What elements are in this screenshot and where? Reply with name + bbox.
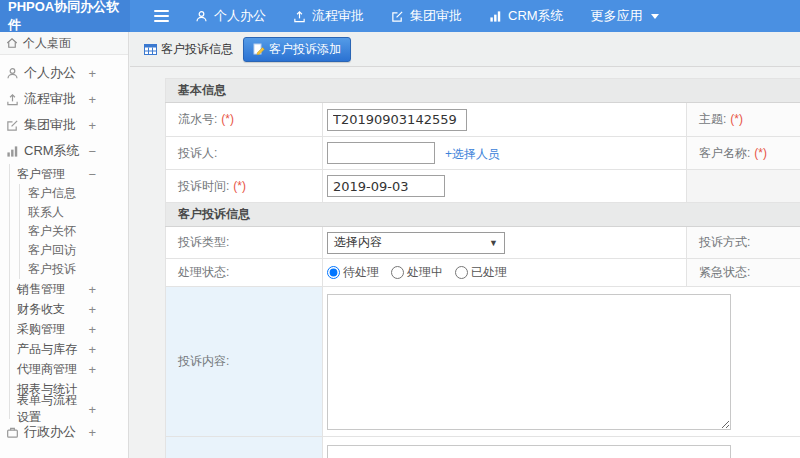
collapse-icon[interactable]: − — [88, 167, 96, 182]
tab-label: 客户投诉信息 — [161, 41, 233, 58]
sidebar-item-crm-system[interactable]: CRM系统 − — [0, 138, 128, 164]
sidebar-item-label: 联系人 — [28, 204, 64, 221]
selected-option: 选择内容 — [334, 234, 382, 251]
flow-icon — [6, 93, 19, 106]
nav-item-workflow-approval[interactable]: 流程审批 — [293, 7, 364, 25]
sidebar-item-customer-info[interactable]: 客户信息 — [20, 184, 128, 203]
sidebar-item-customer-callback[interactable]: 客户回访 — [20, 241, 128, 260]
required-marker: (*) — [221, 112, 234, 126]
radio-label: 处理中 — [407, 264, 443, 281]
expand-icon[interactable]: + — [88, 322, 96, 337]
field-label: 投诉类型: — [178, 235, 229, 249]
complainant-label-cell: 投诉人: — [166, 137, 323, 170]
tab-label: 客户投诉添加 — [269, 41, 341, 58]
radio-pending[interactable] — [327, 266, 340, 279]
expand-icon[interactable]: + — [88, 342, 96, 357]
customer-name-label-cell: 客户名称:(*) — [687, 137, 800, 170]
field-label: 投诉时间: — [178, 179, 229, 193]
sidebar-item-customer-management[interactable]: 客户管理 − — [10, 164, 128, 184]
select-caret-icon: ▼ — [489, 238, 498, 248]
sidebar-item-personal-desktop[interactable]: 个人桌面 — [0, 32, 128, 55]
serial-number-input[interactable] — [327, 109, 467, 131]
sidebar-item-label: 客户投诉 — [28, 261, 76, 278]
section-header-complaint-info: 客户投诉信息 — [166, 203, 800, 227]
tab-complaint-list[interactable]: 客户投诉信息 — [144, 41, 233, 58]
complaint-time-input[interactable] — [327, 175, 445, 197]
radio-label: 已处理 — [471, 264, 507, 281]
sidebar-item-label: 个人办公 — [24, 64, 76, 82]
sidebar-item-label: 客户管理 — [17, 166, 65, 183]
field-label: 投诉内容: — [178, 354, 229, 368]
field-label: 投诉方式: — [699, 235, 750, 249]
sidebar-item-personal-office[interactable]: 个人办公 + — [0, 60, 128, 86]
field-label: 流水号: — [178, 112, 217, 126]
sidebar-item-customer-complaint[interactable]: 客户投诉 — [20, 260, 128, 279]
expand-icon[interactable]: + — [88, 282, 96, 297]
tab-complaint-add[interactable]: 客户投诉添加 — [243, 37, 351, 62]
subject-label-cell: 主题:(*) — [687, 103, 800, 137]
expand-icon[interactable]: + — [88, 118, 96, 133]
sidebar-item-label: 集团审批 — [24, 116, 76, 134]
sidebar-item-workflow-approval[interactable]: 流程审批 + — [0, 86, 128, 112]
status-radio-pending[interactable]: 待处理 — [327, 264, 379, 281]
status-radio-processing[interactable]: 处理中 — [391, 264, 443, 281]
table-icon — [144, 44, 157, 55]
complaint-content-field-cell — [323, 287, 800, 437]
sidebar-item-sales-management[interactable]: 销售管理 + — [10, 279, 128, 299]
urgency-label-cell: 紧急状态: — [687, 259, 800, 287]
sidebar-item-customer-care[interactable]: 客户关怀 — [20, 222, 128, 241]
extra-textarea[interactable] — [327, 445, 731, 458]
expand-icon[interactable]: + — [88, 425, 96, 440]
add-doc-icon — [253, 43, 265, 55]
status-label-cell: 处理状态: — [166, 259, 323, 287]
compose-icon — [391, 10, 404, 23]
nav-item-crm-system[interactable]: CRM系统 — [489, 7, 564, 25]
expand-icon[interactable]: + — [88, 402, 96, 417]
expand-icon[interactable]: + — [88, 302, 96, 317]
nav-label: 集团审批 — [410, 7, 462, 25]
extra-label-cell — [166, 437, 323, 458]
sidebar-item-products-inventory[interactable]: 产品与库存 + — [10, 339, 128, 359]
sidebar-item-label: 行政办公 — [24, 423, 76, 441]
serial-number-field-cell — [323, 103, 687, 137]
sidebar-item-agent-management[interactable]: 代理商管理 + — [10, 359, 128, 379]
complaint-content-textarea[interactable] — [327, 294, 731, 430]
sidebar-item-form-workflow-settings[interactable]: 表单与流程设置 + — [10, 399, 128, 419]
expand-icon[interactable]: + — [88, 92, 96, 107]
nav-label: 流程审批 — [312, 7, 364, 25]
status-radio-group: 待处理 处理中 已处理 — [327, 264, 686, 281]
nav-label: 更多应用 — [591, 7, 643, 25]
person-icon — [6, 67, 19, 80]
sidebar-item-group-approval[interactable]: 集团审批 + — [0, 112, 128, 138]
nav-item-more-apps[interactable]: 更多应用 — [591, 7, 659, 25]
sidebar-item-contacts[interactable]: 联系人 — [20, 203, 128, 222]
sidebar-item-label: 产品与库存 — [17, 341, 77, 358]
sidebar: 个人桌面 个人办公 + 流程审批 + 集团审批 + CRM系统 − 客户管理 − — [0, 32, 129, 458]
complainant-input[interactable] — [327, 142, 435, 164]
complaint-content-label-cell: 投诉内容: — [166, 287, 323, 437]
collapse-icon[interactable]: − — [88, 144, 96, 159]
nav-item-group-approval[interactable]: 集团审批 — [391, 7, 462, 25]
serial-number-label-cell: 流水号:(*) — [166, 103, 323, 137]
menu-toggle-icon[interactable] — [154, 10, 169, 22]
status-radio-done[interactable]: 已处理 — [455, 264, 507, 281]
sidebar-item-purchasing[interactable]: 采购管理 + — [10, 319, 128, 339]
sidebar-item-label: 流程审批 — [24, 90, 76, 108]
required-marker: (*) — [754, 146, 767, 160]
person-icon — [195, 10, 208, 23]
radio-processing[interactable] — [391, 266, 404, 279]
expand-icon[interactable]: + — [88, 362, 96, 377]
sidebar-item-finance[interactable]: 财务收支 + — [10, 299, 128, 319]
sidebar-item-admin-office[interactable]: 行政办公 + — [0, 419, 128, 445]
nav-item-personal-office[interactable]: 个人办公 — [195, 7, 266, 25]
complaint-type-select[interactable]: 选择内容 ▼ — [327, 232, 505, 254]
top-nav: 个人办公 流程审批 集团审批 CRM系统 更多应用 — [195, 7, 659, 25]
extra-field-cell — [323, 437, 800, 458]
expand-icon[interactable]: + — [88, 66, 96, 81]
sidebar-item-label: 客户回访 — [28, 242, 76, 259]
sidebar-item-label: 客户信息 — [28, 185, 76, 202]
select-person-link[interactable]: +选择人员 — [445, 147, 500, 161]
radio-done[interactable] — [455, 266, 468, 279]
field-label: 处理状态: — [178, 265, 229, 279]
field-label: 主题: — [699, 112, 726, 126]
